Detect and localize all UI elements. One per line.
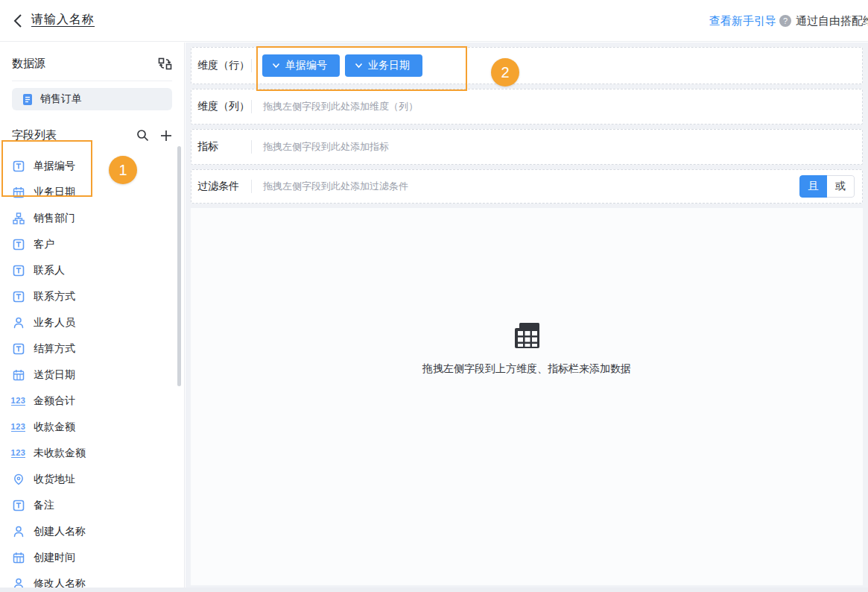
field-list-label: 字段列表 bbox=[12, 128, 57, 142]
or-toggle-button[interactable]: 或 bbox=[827, 175, 855, 198]
and-or-toggle: 且 或 bbox=[799, 175, 855, 198]
table-grid-icon bbox=[512, 321, 542, 350]
field-list: 单据编号 业务日期 销售部门 客户 联系人 联系方式 业务人员 结算方式 送货日… bbox=[12, 158, 172, 592]
bottom-strip bbox=[0, 588, 868, 592]
add-field-icon[interactable] bbox=[160, 130, 172, 142]
search-icon[interactable] bbox=[136, 129, 149, 142]
zone-label: 指标 bbox=[197, 140, 251, 154]
number-123-icon: 123 bbox=[11, 449, 26, 458]
number-123-icon: 123 bbox=[11, 423, 26, 432]
zone-placeholder: 拖拽左侧字段到此处添加指标 bbox=[263, 140, 389, 154]
divider bbox=[251, 180, 252, 193]
field-item-label: 业务日期 bbox=[34, 186, 75, 199]
location-pin-icon bbox=[13, 473, 25, 485]
metric-zone[interactable]: 指标 拖拽左侧字段到此处添加指标 bbox=[191, 129, 863, 165]
field-item[interactable]: 创建时间 bbox=[12, 550, 172, 566]
field-item-label: 金额合计 bbox=[34, 394, 75, 408]
field-item-label: 联系方式 bbox=[34, 290, 75, 303]
dimension-col-zone[interactable]: 维度（列） 拖拽左侧字段到此处添加维度（列） bbox=[191, 89, 863, 125]
person-icon bbox=[13, 526, 25, 538]
step-badge-2: 2 bbox=[491, 58, 519, 86]
dimension-chip-label: 单据编号 bbox=[285, 59, 327, 72]
canvas-hint: 拖拽左侧字段到上方维度、指标栏来添加数据 bbox=[422, 362, 631, 376]
sidebar-scrollbar[interactable] bbox=[177, 146, 181, 386]
number-123-icon: 123 bbox=[11, 397, 26, 406]
field-item-label: 收货地址 bbox=[34, 473, 75, 486]
field-item[interactable]: 结算方式 bbox=[12, 341, 172, 357]
switch-datasource-icon[interactable] bbox=[158, 57, 172, 70]
datasource-label: 数据源 bbox=[12, 57, 45, 71]
field-item-label: 创建人名称 bbox=[34, 525, 86, 538]
field-item-label: 联系人 bbox=[34, 264, 65, 277]
text-field-icon bbox=[13, 343, 25, 355]
back-button[interactable] bbox=[10, 13, 27, 29]
field-item[interactable]: 联系人 bbox=[12, 262, 172, 279]
calendar-icon bbox=[13, 552, 25, 564]
calendar-icon bbox=[13, 186, 25, 198]
field-item[interactable]: 创建人名称 bbox=[12, 523, 172, 540]
field-item[interactable]: 业务日期 bbox=[12, 184, 172, 201]
calendar-icon bbox=[13, 369, 25, 381]
divider bbox=[251, 100, 252, 113]
field-item[interactable]: 备注 bbox=[12, 497, 172, 514]
zone-label: 过滤条件 bbox=[197, 180, 251, 193]
field-item-label: 单据编号 bbox=[34, 160, 75, 173]
field-item-label: 销售部门 bbox=[34, 212, 75, 225]
field-item[interactable]: 123未收款金额 bbox=[12, 445, 172, 462]
field-item[interactable]: 联系方式 bbox=[12, 289, 172, 305]
chevron-down-icon bbox=[272, 63, 280, 69]
field-item[interactable]: 收货地址 bbox=[12, 471, 172, 488]
datasource-item[interactable]: 销售订单 bbox=[12, 88, 172, 110]
field-item-label: 收款金额 bbox=[34, 421, 75, 434]
divider bbox=[251, 140, 252, 154]
hint-text: 通过自由搭配维度 bbox=[796, 14, 868, 28]
field-item-label: 送货日期 bbox=[34, 368, 75, 382]
sidebar: 数据源 销售订单 字段列表 bbox=[0, 42, 185, 592]
preview-canvas: 拖拽左侧字段到上方维度、指标栏来添加数据 bbox=[191, 208, 863, 585]
divider bbox=[12, 81, 172, 81]
chevron-down-icon bbox=[355, 63, 363, 69]
chip-container: 单据编号 业务日期 bbox=[262, 54, 422, 77]
zone-placeholder: 拖拽左侧字段到此处添加过滤条件 bbox=[263, 180, 408, 193]
datasource-header: 数据源 bbox=[12, 57, 172, 71]
field-item-label: 结算方式 bbox=[34, 342, 75, 356]
step-badge-1: 1 bbox=[109, 156, 137, 184]
person-icon bbox=[13, 317, 25, 329]
view-guide-link[interactable]: 查看新手引导 bbox=[709, 14, 776, 28]
dimension-chip[interactable]: 业务日期 bbox=[345, 54, 422, 77]
and-toggle-button[interactable]: 且 bbox=[799, 175, 827, 198]
org-chart-icon bbox=[13, 212, 25, 224]
field-item[interactable]: 业务人员 bbox=[12, 315, 172, 331]
dimension-row-zone[interactable]: 维度（行） 单据编号 业务日期 bbox=[191, 47, 863, 84]
field-list-header: 字段列表 bbox=[12, 128, 172, 142]
datasource-item-label: 销售订单 bbox=[40, 92, 82, 106]
field-item[interactable]: 销售部门 bbox=[12, 210, 172, 227]
dimension-chip-label: 业务日期 bbox=[368, 59, 410, 72]
field-item[interactable]: 单据编号 bbox=[12, 158, 172, 174]
text-field-icon bbox=[13, 265, 25, 277]
text-field-icon bbox=[13, 500, 25, 511]
zone-label: 维度（行） bbox=[197, 59, 251, 72]
text-field-icon bbox=[13, 160, 25, 172]
report-builder: 维度（行） 单据编号 业务日期 维度（列） 拖拽左侧字段到此处添加维度（列） 指… bbox=[186, 42, 868, 592]
field-item-label: 未收款金额 bbox=[34, 447, 86, 460]
zone-placeholder: 拖拽左侧字段到此处添加维度（列） bbox=[263, 100, 418, 113]
field-item[interactable]: 123收款金额 bbox=[12, 419, 172, 435]
chevron-left-icon bbox=[10, 13, 27, 29]
field-item-label: 客户 bbox=[34, 238, 54, 251]
document-icon bbox=[22, 93, 34, 106]
field-item[interactable]: 送货日期 bbox=[12, 367, 172, 383]
field-item-label: 备注 bbox=[34, 499, 54, 512]
field-item-label: 业务人员 bbox=[34, 316, 75, 330]
filter-zone[interactable]: 过滤条件 拖拽左侧字段到此处添加过滤条件 且 或 bbox=[191, 169, 863, 204]
dimension-chip[interactable]: 单据编号 bbox=[262, 54, 340, 77]
help-icon[interactable]: ? bbox=[779, 15, 791, 27]
divider bbox=[251, 59, 252, 72]
topbar-right: 查看新手引导 ? 通过自由搭配维度 bbox=[709, 0, 868, 42]
field-item-label: 创建时间 bbox=[34, 551, 75, 564]
topbar: 请输入名称 查看新手引导 ? 通过自由搭配维度 bbox=[0, 0, 868, 42]
zone-label: 维度（列） bbox=[197, 100, 251, 113]
field-item[interactable]: 123金额合计 bbox=[12, 393, 172, 409]
report-name-input[interactable]: 请输入名称 bbox=[31, 12, 95, 28]
field-item[interactable]: 客户 bbox=[12, 236, 172, 253]
